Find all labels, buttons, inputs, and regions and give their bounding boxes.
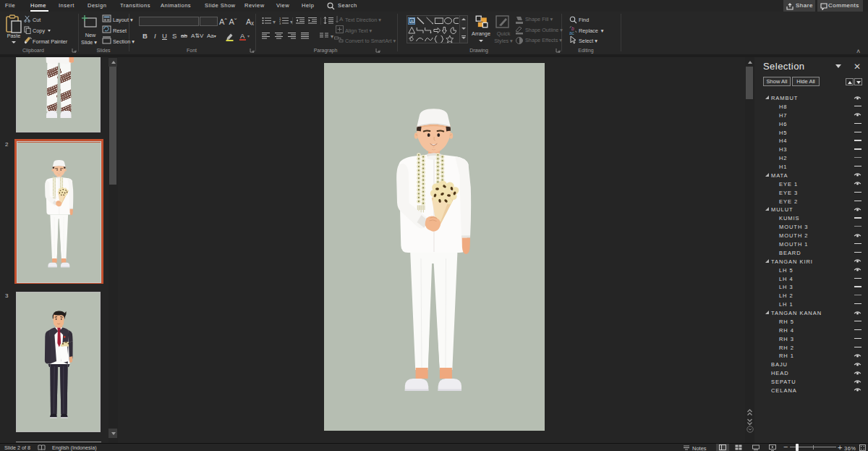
svg-text:A: A xyxy=(410,19,413,23)
svg-text:A: A xyxy=(339,16,344,22)
svg-text:3: 3 xyxy=(279,22,281,25)
svg-text:ac: ac xyxy=(569,30,575,35)
